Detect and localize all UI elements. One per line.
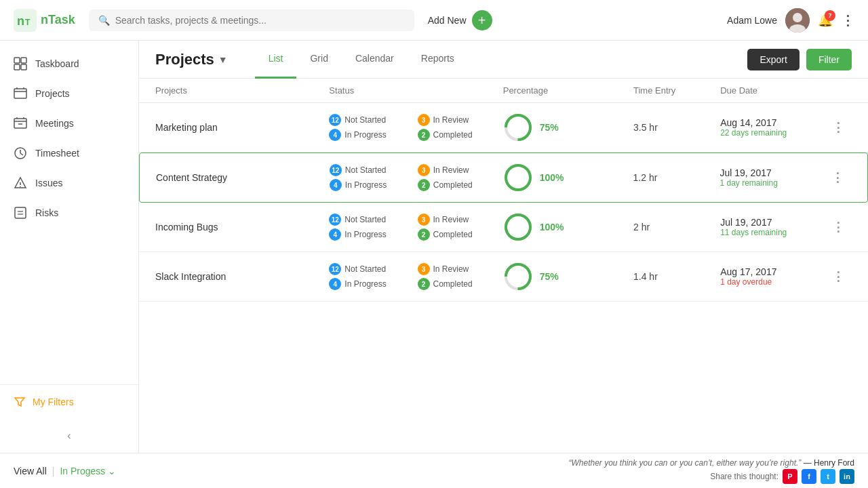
more-options-button[interactable]: ⋮ bbox=[841, 12, 854, 28]
pinterest-button[interactable]: P bbox=[783, 469, 797, 484]
table-row[interactable]: Content Strategy 12 Not Started 3 In Rev… bbox=[139, 152, 868, 203]
status-in-progress: 4 In Progress bbox=[329, 129, 414, 141]
sidebar-item-risks[interactable]: Risks bbox=[0, 198, 138, 228]
due-date-cell: Jul 19, 2017 1 day remaining bbox=[719, 167, 824, 188]
quote-author: — Henry Ford bbox=[804, 458, 854, 468]
table-row[interactable]: Incoming Bugs 12 Not Started 3 In Review… bbox=[139, 203, 868, 252]
svg-text:n: n bbox=[17, 14, 24, 28]
svg-text:T: T bbox=[25, 18, 31, 27]
timesheet-icon bbox=[14, 146, 27, 160]
sidebar: Taskboard Projects Meetings bbox=[0, 41, 139, 453]
tab-reports[interactable]: Reports bbox=[408, 41, 468, 79]
twitter-button[interactable]: t bbox=[821, 469, 835, 484]
status-group: 12 Not Started 3 In Review 4 In Progress… bbox=[329, 214, 502, 241]
facebook-button[interactable]: f bbox=[802, 469, 816, 484]
notifications-button[interactable]: 🔔 7 bbox=[818, 13, 833, 28]
sidebar-item-projects[interactable]: Projects bbox=[0, 79, 138, 108]
due-sub: 1 day remaining bbox=[719, 178, 824, 188]
status-not-started: 12 Not Started bbox=[330, 164, 415, 176]
svg-rect-9 bbox=[21, 64, 26, 70]
status-not-started: 12 Not Started bbox=[329, 263, 414, 275]
due-sub: 22 days remaining bbox=[720, 128, 825, 138]
progress-percentage: 75% bbox=[540, 122, 559, 133]
row-more-button[interactable]: ⋮ bbox=[825, 120, 852, 135]
content-header: Projects ▼ List Grid Calendar Reports Ex… bbox=[139, 41, 868, 79]
table-row[interactable]: Slack Integration 12 Not Started 3 In Re… bbox=[139, 252, 868, 302]
due-date-cell: Aug 14, 2017 22 days remaining bbox=[720, 117, 825, 138]
logo-text: nTask bbox=[41, 13, 75, 27]
status-group: 12 Not Started 3 In Review 4 In Progress… bbox=[329, 263, 502, 290]
svg-rect-14 bbox=[14, 119, 26, 128]
header-status: Status bbox=[329, 85, 502, 96]
due-date: Jul 19, 2017 bbox=[720, 217, 825, 228]
row-more-button[interactable]: ⋮ bbox=[825, 220, 852, 235]
user-area: Adam Lowe 🔔 7 ⋮ bbox=[727, 8, 854, 33]
meetings-icon bbox=[14, 117, 27, 130]
sidebar-item-meetings[interactable]: Meetings bbox=[0, 108, 138, 138]
row-more-button[interactable]: ⋮ bbox=[825, 269, 852, 284]
row-more-button[interactable]: ⋮ bbox=[824, 170, 851, 185]
content: Projects ▼ List Grid Calendar Reports Ex… bbox=[139, 41, 868, 453]
header-percentage: Percentage bbox=[503, 85, 633, 96]
progress-circle bbox=[503, 212, 533, 242]
main-area: Taskboard Projects Meetings bbox=[0, 41, 868, 453]
view-all-link[interactable]: View All bbox=[14, 466, 47, 476]
project-name: Incoming Bugs bbox=[155, 222, 329, 232]
risks-icon bbox=[14, 206, 27, 220]
my-filters-button[interactable]: My Filters bbox=[14, 396, 125, 408]
bottom-right: “Whether you think you can or you can’t,… bbox=[568, 458, 854, 484]
tab-grid[interactable]: Grid bbox=[296, 41, 341, 79]
time-entry: 1.2 hr bbox=[633, 172, 720, 183]
progress-circle bbox=[503, 163, 533, 192]
share-label: Share this thought: bbox=[710, 472, 778, 481]
tab-list[interactable]: List bbox=[255, 41, 297, 79]
in-progress-filter[interactable]: In Progess ⌄ bbox=[60, 466, 116, 476]
tabs: List Grid Calendar Reports bbox=[255, 41, 468, 79]
svg-point-4 bbox=[793, 13, 802, 22]
export-button[interactable]: Export bbox=[747, 49, 799, 70]
table-body: Marketing plan 12 Not Started 3 In Revie… bbox=[139, 103, 868, 302]
taskboard-icon bbox=[14, 57, 27, 70]
tab-calendar[interactable]: Calendar bbox=[342, 41, 408, 79]
sidebar-item-issues[interactable]: Issues bbox=[0, 168, 138, 198]
svg-rect-6 bbox=[14, 58, 20, 63]
filter-icon bbox=[14, 396, 26, 408]
sidebar-label-risks: Risks bbox=[35, 207, 58, 218]
page-title-dropdown[interactable]: ▼ bbox=[218, 54, 228, 65]
status-completed: 2 Completed bbox=[418, 179, 503, 191]
progress-circle bbox=[503, 113, 533, 142]
content-body: Projects Status Percentage Time Entry Du… bbox=[139, 79, 868, 453]
bottom-bar: View All | In Progess ⌄ “Whether you thi… bbox=[0, 453, 868, 488]
table-row[interactable]: Marketing plan 12 Not Started 3 In Revie… bbox=[139, 103, 868, 152]
status-in-review: 3 In Review bbox=[418, 164, 503, 176]
sidebar-collapse-button[interactable]: ‹ bbox=[11, 424, 127, 447]
due-date: Aug 14, 2017 bbox=[720, 117, 825, 128]
avatar[interactable] bbox=[785, 8, 810, 33]
quote-text: “Whether you think you can or you can’t,… bbox=[568, 458, 854, 468]
svg-rect-7 bbox=[21, 58, 26, 63]
separator: | bbox=[52, 466, 55, 476]
svg-point-23 bbox=[20, 186, 21, 188]
progress-cell: 100% bbox=[503, 163, 633, 192]
sidebar-label-projects: Projects bbox=[35, 88, 70, 99]
table-header: Projects Status Percentage Time Entry Du… bbox=[139, 79, 868, 103]
time-entry: 1.4 hr bbox=[633, 271, 720, 282]
search-input[interactable] bbox=[115, 15, 405, 26]
search-icon: 🔍 bbox=[98, 15, 110, 26]
due-date-cell: Aug 17, 2017 1 day overdue bbox=[720, 266, 825, 287]
status-not-started: 12 Not Started bbox=[329, 214, 414, 226]
progress-percentage: 100% bbox=[540, 172, 564, 183]
notification-badge: 7 bbox=[825, 10, 835, 21]
svg-point-33 bbox=[506, 215, 530, 239]
filter-button[interactable]: Filter bbox=[806, 49, 852, 70]
status-not-started: 12 Not Started bbox=[329, 114, 414, 126]
svg-rect-10 bbox=[14, 89, 26, 98]
logo-icon: n T bbox=[14, 9, 37, 32]
linkedin-button[interactable]: in bbox=[840, 469, 854, 484]
sidebar-item-timesheet[interactable]: Timesheet bbox=[0, 138, 138, 168]
add-new-button[interactable]: Add New + bbox=[428, 10, 492, 30]
sidebar-item-taskboard[interactable]: Taskboard bbox=[0, 49, 138, 79]
time-entry: 3.5 hr bbox=[633, 122, 720, 133]
header-projects: Projects bbox=[155, 85, 329, 96]
my-filters-label: My Filters bbox=[33, 396, 74, 407]
